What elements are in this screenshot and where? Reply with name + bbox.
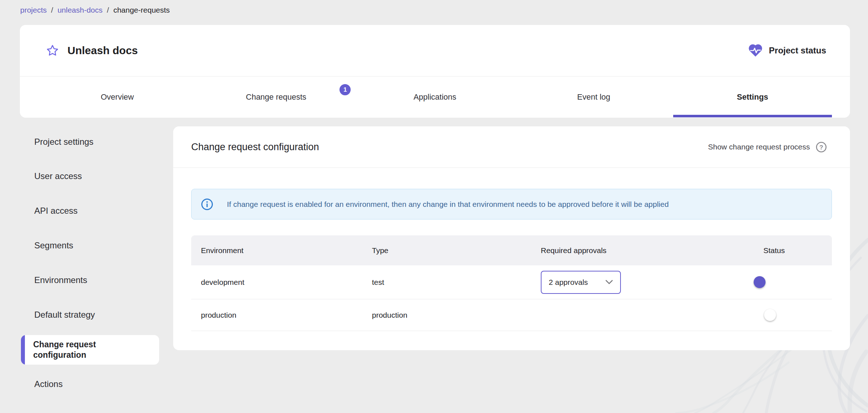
type-cell: production — [362, 311, 531, 319]
status-cell — [754, 278, 832, 287]
sidebar-item-default-strategy[interactable]: Default strategy — [20, 309, 159, 320]
sidebar-item-project-settings[interactable]: Project settings — [20, 136, 159, 147]
project-settings-page: projects / unleash-docs / change-request… — [0, 0, 868, 413]
tab-label: Change requests — [246, 92, 307, 102]
change-requests-badge: 1 — [339, 84, 351, 95]
environment-cell: production — [191, 311, 362, 319]
status-cell — [754, 311, 832, 319]
project-status-label: Project status — [769, 45, 826, 56]
help-circle-icon[interactable]: ? — [816, 142, 827, 153]
toggle-thumb — [764, 309, 776, 321]
table-row-production: production production — [191, 299, 832, 331]
tab-label: Settings — [737, 92, 768, 102]
column-header-required-approvals: Required approvals — [531, 246, 754, 255]
sidebar-item-change-request-configuration[interactable]: Change request configuration — [21, 335, 159, 365]
environment-cell: development — [191, 278, 362, 287]
required-approvals-select[interactable]: 2 approvals — [541, 271, 621, 294]
show-change-request-process-link[interactable]: Show change request process ? — [708, 142, 827, 153]
sidebar-item-user-access[interactable]: User access — [20, 171, 159, 182]
tab-label: Applications — [413, 92, 456, 102]
sidebar-item-api-access[interactable]: API access — [20, 205, 159, 216]
card-header: Change request configuration Show change… — [173, 126, 850, 168]
tab-settings[interactable]: Settings — [673, 77, 832, 117]
active-tab-indicator — [673, 115, 832, 117]
table-header-row: Environment Type Required approvals Stat… — [191, 235, 832, 265]
show-change-request-process-label: Show change request process — [708, 143, 810, 151]
tab-label: Event log — [577, 92, 610, 102]
required-approvals-cell: 2 approvals — [531, 271, 754, 294]
active-item-accent-bar — [21, 335, 25, 365]
type-cell: test — [362, 278, 531, 287]
sidebar-item-label: Change request configuration — [33, 339, 123, 360]
environments-table: Environment Type Required approvals Stat… — [191, 235, 832, 331]
change-request-configuration-card: Change request configuration Show change… — [173, 126, 850, 350]
project-status-button[interactable]: Project status — [748, 44, 826, 57]
tab-applications[interactable]: Applications — [355, 77, 514, 117]
column-header-type: Type — [362, 246, 531, 255]
settings-sidebar: Project settings User access API access … — [20, 0, 159, 413]
info-alert-text: If change request is enabled for an envi… — [227, 200, 669, 209]
svg-text:?: ? — [819, 144, 823, 151]
card-title: Change request configuration — [191, 142, 319, 153]
tab-event-log[interactable]: Event log — [514, 77, 673, 117]
column-header-status: Status — [754, 246, 832, 255]
info-alert: If change request is enabled for an envi… — [191, 189, 832, 219]
info-icon — [201, 198, 213, 210]
toggle-thumb — [754, 276, 766, 288]
heart-pulse-icon — [748, 44, 763, 57]
tab-change-requests[interactable]: Change requests 1 — [197, 77, 355, 117]
sidebar-item-segments[interactable]: Segments — [20, 240, 159, 251]
chevron-down-icon — [605, 280, 613, 284]
sidebar-item-actions[interactable]: Actions — [20, 379, 159, 390]
selected-approvals-value: 2 approvals — [549, 278, 588, 287]
column-header-environment: Environment — [191, 246, 362, 255]
table-row-development: development test 2 approvals — [191, 265, 832, 299]
sidebar-item-environments[interactable]: Environments — [20, 275, 159, 286]
